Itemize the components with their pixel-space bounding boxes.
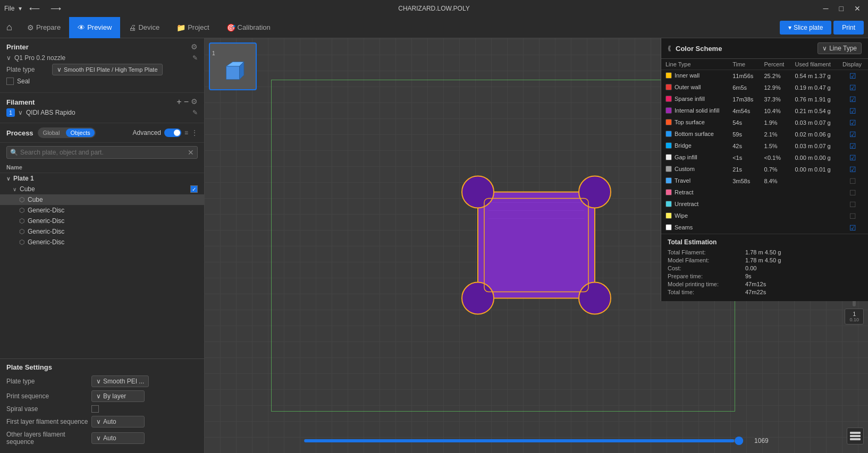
color-used-8: 0.00 m 0.01 g (790, 164, 838, 175)
color-table-header: Line Type Time Percent Used filament Dis… (661, 59, 868, 70)
color-check-2[interactable]: ☑ (838, 93, 868, 105)
slice-button[interactable]: ▾ Slice plate (780, 21, 831, 35)
color-used-11 (790, 199, 838, 210)
settings-seq-value: By layer (103, 392, 126, 400)
color-checkbox-10[interactable]: ☐ (849, 189, 856, 197)
advanced-toggle[interactable] (164, 129, 181, 137)
color-checkbox-8[interactable]: ☑ (849, 165, 856, 174)
color-checkbox-6[interactable]: ☑ (849, 142, 856, 150)
remove-filament-btn[interactable]: − (184, 97, 189, 107)
nav-prepare[interactable]: ⚙ Prepare (19, 17, 69, 38)
viewport[interactable]: 1 (205, 38, 868, 453)
color-time-5: 59s (728, 129, 760, 140)
color-checkbox-7[interactable]: ☑ (849, 153, 856, 162)
edit-filament-icon[interactable]: ✎ (192, 109, 198, 116)
nozzle-toggle[interactable]: ∨ (6, 54, 11, 62)
plate-type-dropdown[interactable]: ∨ Smooth PEI Plate / High Temp Plate (52, 64, 163, 75)
plate-type-label: Plate type (6, 66, 49, 73)
redo-btn[interactable]: ⟶ (47, 3, 64, 14)
color-checkbox-4[interactable]: ☑ (849, 118, 856, 127)
color-check-5[interactable]: ☑ (838, 129, 868, 140)
color-checkbox-5[interactable]: ☑ (849, 130, 856, 139)
filament-settings-icon[interactable]: ⚙ (191, 97, 198, 107)
color-checkbox-12[interactable]: ☐ (849, 212, 856, 220)
toggle-knob (174, 130, 180, 136)
color-check-3[interactable]: ☑ (838, 105, 868, 117)
first-layer-value: Auto (103, 418, 116, 425)
color-check-4[interactable]: ☑ (838, 117, 868, 129)
color-checkbox-9[interactable]: ☐ (849, 177, 856, 185)
print-button[interactable]: Print (833, 21, 864, 35)
color-checkbox-11[interactable]: ☐ (849, 200, 856, 209)
seal-checkbox[interactable] (6, 78, 14, 85)
color-cell-label-1: Outer wall (661, 82, 728, 93)
color-check-7[interactable]: ☑ (838, 152, 868, 164)
color-check-6[interactable]: ☑ (838, 140, 868, 152)
tree-disc1[interactable]: ⬡ Generic-Disc (0, 205, 204, 216)
color-checkbox-2[interactable]: ☑ (849, 95, 856, 104)
tree-disc4[interactable]: ⬡ Generic-Disc (0, 237, 204, 247)
printer-settings-icon[interactable]: ⚙ (191, 42, 198, 51)
edit-nozzle-icon[interactable]: ✎ (192, 54, 198, 62)
thumbnail-1[interactable]: 1 (209, 42, 257, 90)
file-menu[interactable]: File (4, 5, 14, 12)
add-filament-btn[interactable]: + (176, 97, 181, 107)
color-check-11[interactable]: ☐ (838, 199, 868, 210)
tab-global[interactable]: Global (39, 129, 64, 137)
home-button[interactable]: ⌂ (0, 22, 19, 33)
search-input[interactable] (20, 149, 188, 156)
collapse-button[interactable]: ⟪ (668, 45, 671, 52)
slider-thumb[interactable] (735, 437, 743, 445)
color-check-8[interactable]: ☑ (838, 164, 868, 175)
settings-first-layer-dropdown[interactable]: ∨ Auto (91, 416, 145, 428)
process-header: Process Global Objects Advanced ≡ ⋮ (6, 127, 198, 138)
tree-disc2[interactable]: ⬡ Generic-Disc (0, 216, 204, 226)
color-check-13[interactable]: ☑ (838, 222, 868, 234)
process-icon1[interactable]: ≡ (184, 129, 188, 136)
tree-plate1[interactable]: ∨ Plate 1 (0, 173, 204, 184)
color-dot-1 (665, 84, 672, 90)
line-type-dropdown[interactable]: ∨ Line Type (818, 42, 862, 54)
color-checkbox-1[interactable]: ☑ (849, 83, 856, 92)
cube-parent-checkbox[interactable]: ✓ (190, 185, 198, 193)
minimize-btn[interactable]: ─ (820, 3, 832, 14)
settings-plate-type-dropdown[interactable]: ∨ Smooth PEI ... (91, 375, 149, 387)
color-cell-label-4: Top surface (661, 117, 728, 129)
undo-btn[interactable]: ⟵ (26, 3, 43, 14)
close-btn[interactable]: ✕ (851, 3, 864, 14)
model-filament-label: Model Filament: (668, 257, 737, 263)
color-checkbox-3[interactable]: ☑ (849, 107, 856, 115)
spiral-checkbox[interactable] (91, 405, 99, 413)
nav-device[interactable]: 🖨 Device (120, 17, 168, 38)
color-check-12[interactable]: ☐ (838, 210, 868, 222)
slider-track[interactable] (304, 439, 743, 442)
color-label-7: Gap infill (675, 154, 697, 160)
nozzle-label: Q1 Pro 0.2 nozzle (14, 54, 65, 62)
settings-print-seq-dropdown[interactable]: ∨ By layer (91, 390, 145, 402)
maximize-btn[interactable]: □ (836, 3, 847, 14)
col-percent: Percent (760, 59, 790, 70)
color-check-0[interactable]: ☑ (838, 70, 868, 82)
slider-fill (304, 439, 734, 442)
color-percent-3: 10.4% (760, 105, 790, 117)
process-icon2[interactable]: ⋮ (191, 129, 198, 136)
color-check-10[interactable]: ☐ (838, 187, 868, 199)
color-checkbox-13[interactable]: ☑ (849, 224, 856, 232)
tab-objects[interactable]: Objects (66, 129, 94, 137)
color-check-9[interactable]: ☐ (838, 175, 868, 187)
tree-disc3[interactable]: ⬡ Generic-Disc (0, 226, 204, 237)
nav-preview[interactable]: 👁 Preview (69, 17, 120, 38)
object-tree: Name ∨ Plate 1 ∨ Cube ✓ ⬡ Cube ⬡ (0, 162, 204, 358)
color-checkbox-0[interactable]: ☑ (849, 72, 856, 80)
settings-other-layers-dropdown[interactable]: ∨ Auto (91, 432, 145, 444)
col-time: Time (728, 59, 760, 70)
search-clear-icon[interactable]: ✕ (188, 148, 194, 157)
tree-cube-child[interactable]: ⬡ Cube (0, 194, 204, 205)
nav-project[interactable]: 📁 Project (168, 17, 217, 38)
plate-type-value: Smooth PEI Plate / High Temp Plate (64, 66, 158, 73)
nav-calibration[interactable]: 🎯 Calibration (218, 17, 279, 38)
tree-cube-parent[interactable]: ∨ Cube ✓ (0, 184, 204, 194)
layer-bottom-sub: 0.10 (849, 317, 859, 322)
color-check-1[interactable]: ☑ (838, 82, 868, 93)
layers-toggle-button[interactable] (847, 428, 864, 445)
